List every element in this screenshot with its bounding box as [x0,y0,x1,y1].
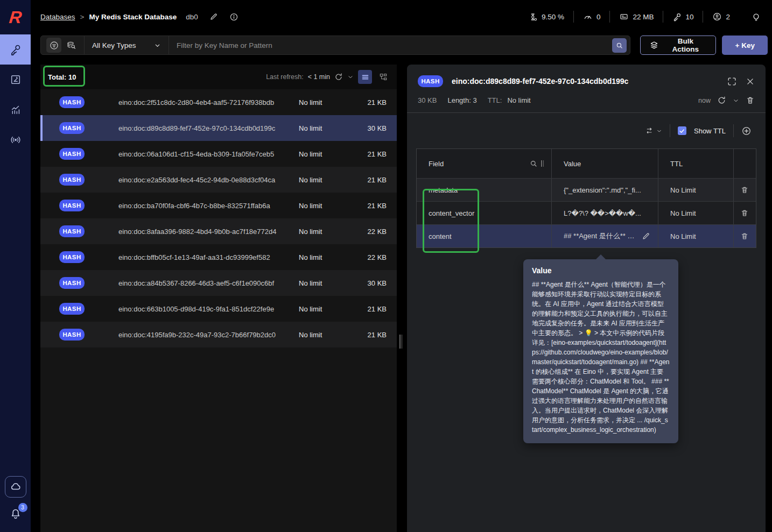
notification-badge: 3 [18,503,27,512]
refresh-options-chevron-icon[interactable] [347,74,354,80]
key-row[interactable]: HASH eino:doc:06a106d1-cf15-4eda-b309-1f… [40,141,397,167]
tree-view-button[interactable] [376,70,390,84]
cpu-usage-icon [529,12,538,22]
key-row[interactable]: HASH eino:doc:4195fa9b-232c-49a7-93c2-7b… [40,322,397,347]
field-ttl: No Limit [670,186,696,194]
key-search-container: All Key Types [40,36,630,55]
notifications-button[interactable]: 3 [9,507,22,522]
delete-field-trash-icon[interactable] [740,186,749,194]
toolbar-divider [670,124,670,137]
refresh-icon[interactable] [334,73,343,81]
format-selector[interactable] [644,126,662,136]
search-library-icon [66,40,76,51]
key-type-select[interactable]: All Key Types [85,36,169,55]
workbench-icon [10,74,22,86]
db-index: db0 [186,13,198,21]
field-value[interactable]: ## **Agent 是什么** A... [564,231,637,241]
redis-logo[interactable]: R [0,0,31,34]
last-refresh-label: Last refresh: [266,73,303,81]
key-size: 30 KB [347,124,387,132]
refresh-icon[interactable] [717,96,726,105]
sidebar-item-browser[interactable] [0,34,31,65]
key-size: 30 KB [347,279,387,287]
field-name: content_vector [429,209,474,217]
breadcrumb: Databases > My Redis Stack Database db0 [40,12,238,22]
hash-type-badge: HASH [59,277,85,289]
delete-field-trash-icon[interactable] [740,209,749,217]
database-name: My Redis Stack Database [89,13,177,21]
bulk-actions-button[interactable]: Bulk Actions [640,36,716,55]
insights-lightbulb-icon[interactable] [751,12,761,22]
sidebar-item-pubsub[interactable] [0,125,31,155]
search-submit-button[interactable] [612,38,627,53]
breadcrumb-databases-link[interactable]: Databases [40,13,75,21]
hash-type-badge: HASH [59,148,85,160]
field-row-content-vector[interactable]: content_vector L?�?\? ��>��w�... No Limi… [417,201,756,224]
add-field-button[interactable] [741,126,752,136]
delete-field-trash-icon[interactable] [740,232,749,240]
fields-toolbar: Show TTL [407,113,766,148]
check-icon [679,128,685,134]
filter-bar: All Key Types Bulk Actions + Key [40,34,768,56]
key-size: 21 KB [347,150,387,158]
key-name: eino:doc:bffb05cf-1e13-49af-aa31-dc93999… [118,253,299,261]
key-details-header: HASH eino:doc:d89c8d89-fef7-452e-97c0-13… [407,65,766,87]
key-row[interactable]: HASH eino:doc:e2a563dd-fec4-45c2-94db-0e… [40,167,397,193]
layers-icon [649,40,659,50]
db-info-icon[interactable] [229,12,238,22]
field-value[interactable]: L?�?\? ��>��w�... [564,209,650,217]
key-ttl: No limit [299,98,347,107]
scan-filter-button[interactable] [46,38,61,53]
key-length-value: Length: 3 [447,96,476,104]
key-size: 22 KB [347,253,387,261]
key-row[interactable]: HASH eino:doc:bffb05cf-1e13-49af-aa31-dc… [40,244,397,270]
refresh-options-chevron-icon[interactable] [733,97,739,104]
list-view-button[interactable] [358,70,372,84]
sidebar-item-analytics[interactable] [0,95,31,125]
sidebar-item-workbench[interactable] [0,65,31,95]
key-icon [672,12,682,22]
chevron-down-icon [656,128,662,134]
toolbar-divider [733,124,734,137]
fullscreen-icon[interactable] [727,76,737,87]
field-row-metadata[interactable]: metadata {"_extension":".md","_fi... No … [417,178,756,201]
key-ttl: No limit [299,279,347,287]
field-search-icon[interactable] [529,159,538,168]
filter-circle-icon [49,40,59,51]
field-ttl: No Limit [670,232,696,240]
key-filter-input[interactable] [169,36,612,54]
column-resize-handle[interactable] [541,160,544,167]
hash-type-badge: HASH [59,251,85,263]
memory-icon [619,12,629,22]
field-name: metadata [429,186,458,194]
stat-memory-value: 22 MB [633,13,654,21]
cloud-button[interactable] [5,476,26,498]
database-stats: 9.50 % 0 22 MB 10 2 [520,11,761,23]
key-row[interactable]: HASH eino:doc:ba70f0fa-cbf6-4b7c-b8be-83… [40,193,397,218]
redisearch-button[interactable] [64,38,79,53]
edit-value-pencil-icon[interactable] [642,232,650,240]
key-ttl: No limit [299,202,347,210]
field-row-content[interactable]: content ## **Agent 是什么** A... No Limit [417,224,756,247]
panel-resize-handle[interactable] [399,335,404,349]
key-row[interactable]: HASH eino:doc:2f51c8dc-2d80-4eb4-aaf5-72… [40,89,397,115]
key-row[interactable]: HASH eino:doc:663b1005-d98d-419c-9fa1-85… [40,296,397,322]
delete-key-trash-icon[interactable] [746,96,755,105]
edit-db-pencil-icon[interactable] [209,12,218,21]
key-row[interactable]: HASH eino:doc:8afaa396-9882-4bd4-9b0b-ac… [40,218,397,244]
tree-view-icon [379,73,388,81]
add-key-button[interactable]: + Key [722,36,768,55]
key-ttl: No limit [299,331,347,339]
tooltip-text: ## **Agent 是什么** Agent（智能代理）是一个能够感知环境并采取… [532,280,670,435]
close-icon[interactable] [746,77,755,86]
key-row-selected[interactable]: HASH eino:doc:d89c8d89-fef7-452e-97c0-13… [40,115,397,141]
hash-type-badge: HASH [59,303,85,315]
key-name: eino:doc:d89c8d89-fef7-452e-97c0-134cdb0… [118,124,299,132]
stat-keys-value: 10 [685,13,693,21]
show-ttl-label: Show TTL [694,127,726,135]
key-name: eino:doc:e2a563dd-fec4-45c2-94db-0e88d3c… [118,176,299,184]
field-value[interactable]: {"_extension":".md","_fi... [564,186,650,194]
value-tooltip: Value ## **Agent 是什么** Agent（智能代理）是一个能够感… [523,259,678,443]
show-ttl-checkbox[interactable] [678,126,686,135]
key-row[interactable]: HASH eino:doc:a84b5367-8266-46d3-aef5-c6… [40,270,397,296]
